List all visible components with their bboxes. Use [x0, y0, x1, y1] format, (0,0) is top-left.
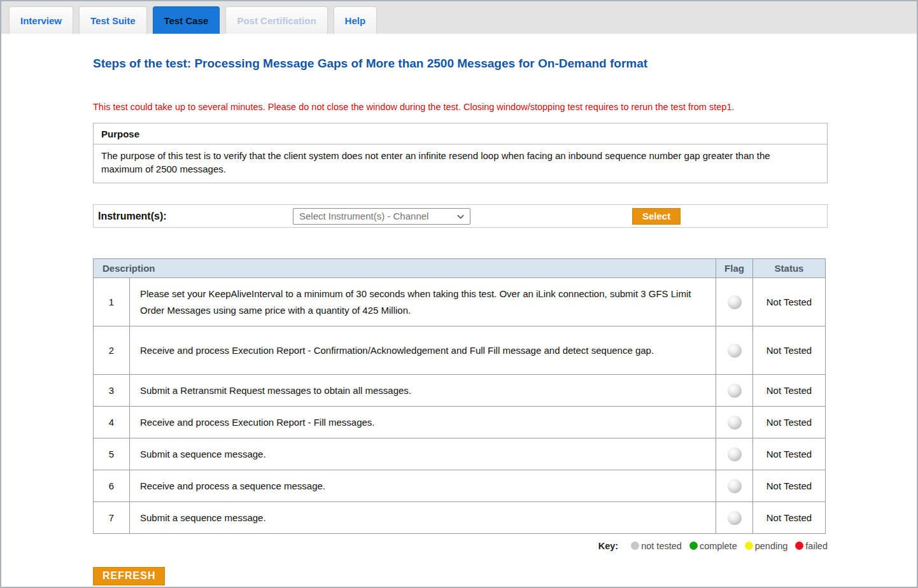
key-label: Key:: [598, 541, 618, 551]
tab-bar: Interview Test Suite Test Case Post Cert…: [1, 1, 917, 34]
step-status: Not Tested: [753, 470, 826, 502]
table-header-row: Description Flag Status: [94, 259, 826, 278]
step-status: Not Tested: [753, 326, 826, 375]
instrument-section: Instrument(s): Select Instrument(s) - Ch…: [93, 204, 828, 228]
step-flag-cell: [716, 278, 753, 326]
step-flag-cell: [716, 438, 753, 470]
step-number: 5: [94, 438, 130, 470]
key-item-failed: failed: [795, 541, 828, 551]
instrument-label: Instrument(s):: [98, 211, 293, 222]
complete-dot-icon: [689, 542, 698, 550]
header-flag: Flag: [716, 259, 753, 278]
tab-test-suite[interactable]: Test Suite: [79, 6, 147, 34]
step-number: 7: [94, 502, 130, 534]
select-button[interactable]: Select: [632, 208, 681, 225]
tab-post-certification: Post Certification: [225, 6, 327, 34]
step-description: Receive and process Execution Report - C…: [130, 326, 716, 375]
step-status: Not Tested: [753, 375, 826, 407]
page-title: Steps of the test: Processing Message Ga…: [93, 57, 828, 71]
table-row: 5 Submit a sequence message. Not Tested: [94, 438, 826, 470]
flag-not-tested-icon: [728, 511, 742, 525]
chevron-down-icon: [456, 212, 465, 220]
step-flag-cell: [716, 375, 753, 407]
steps-table: Description Flag Status 1 Please set you…: [93, 258, 826, 534]
purpose-box: Purpose The purpose of this test is to v…: [93, 123, 828, 183]
step-status: Not Tested: [753, 438, 826, 470]
key-item-label: not tested: [641, 541, 682, 551]
step-number: 4: [94, 407, 130, 438]
purpose-heading: Purpose: [94, 123, 827, 144]
flag-not-tested-icon: [728, 384, 742, 398]
page: Interview Test Suite Test Case Post Cert…: [0, 0, 918, 588]
step-status: Not Tested: [753, 407, 826, 438]
step-description: Submit a sequence message.: [130, 502, 716, 534]
table-row: 4 Receive and process Execution Report -…: [94, 407, 826, 438]
step-status: Not Tested: [753, 278, 826, 326]
table-row: 6 Receive and process a sequence message…: [94, 470, 826, 502]
pending-dot-icon: [745, 542, 753, 550]
step-number: 2: [94, 326, 130, 375]
warning-text: This test could take up to several minut…: [93, 102, 828, 112]
table-row: 2 Receive and process Execution Report -…: [94, 326, 826, 375]
step-description: Submit a Retransmit Request messages to …: [130, 375, 716, 407]
step-flag-cell: [716, 407, 753, 438]
flag-not-tested-icon: [728, 295, 742, 309]
tab-test-case[interactable]: Test Case: [153, 6, 220, 34]
purpose-text: The purpose of this test is to verify th…: [94, 144, 813, 183]
step-flag-cell: [716, 326, 753, 375]
step-status: Not Tested: [753, 502, 826, 534]
key-item-pending: pending: [745, 541, 788, 551]
step-description: Please set your KeepAliveInterval to a m…: [130, 278, 716, 326]
instrument-dropdown[interactable]: Select Instrument(s) - Channel: [293, 208, 470, 225]
tab-interview[interactable]: Interview: [9, 6, 73, 34]
table-row: 3 Submit a Retransmit Request messages t…: [94, 375, 826, 407]
key-item-label: complete: [700, 541, 737, 551]
step-flag-cell: [716, 502, 753, 534]
flag-not-tested-icon: [728, 479, 742, 493]
refresh-button[interactable]: REFRESH: [93, 567, 165, 585]
step-number: 6: [94, 470, 130, 502]
step-number: 1: [94, 278, 130, 326]
step-description: Receive and process Execution Report - F…: [130, 407, 716, 438]
instrument-dropdown-value: Select Instrument(s) - Channel: [299, 211, 428, 221]
main-content: Steps of the test: Processing Message Ga…: [93, 57, 828, 585]
step-number: 3: [94, 375, 130, 407]
table-row: 1 Please set your KeepAliveInterval to a…: [94, 278, 826, 326]
key-item-label: pending: [755, 541, 788, 551]
step-description: Submit a sequence message.: [130, 438, 716, 470]
status-key-legend: Key:not testedcompletependingfailed: [93, 541, 828, 551]
flag-not-tested-icon: [728, 416, 742, 430]
table-row: 7 Submit a sequence message. Not Tested: [94, 502, 826, 534]
header-status: Status: [753, 259, 826, 278]
not-tested-dot-icon: [631, 542, 639, 550]
flag-not-tested-icon: [728, 344, 742, 358]
tab-help[interactable]: Help: [334, 6, 378, 34]
key-item-label: failed: [805, 541, 828, 551]
step-description: Receive and process a sequence message.: [130, 470, 716, 502]
step-flag-cell: [716, 470, 753, 502]
flag-not-tested-icon: [728, 447, 742, 461]
key-item-complete: complete: [689, 541, 737, 551]
header-description: Description: [94, 259, 716, 278]
key-item-not-tested: not tested: [631, 541, 682, 551]
failed-dot-icon: [795, 542, 803, 550]
